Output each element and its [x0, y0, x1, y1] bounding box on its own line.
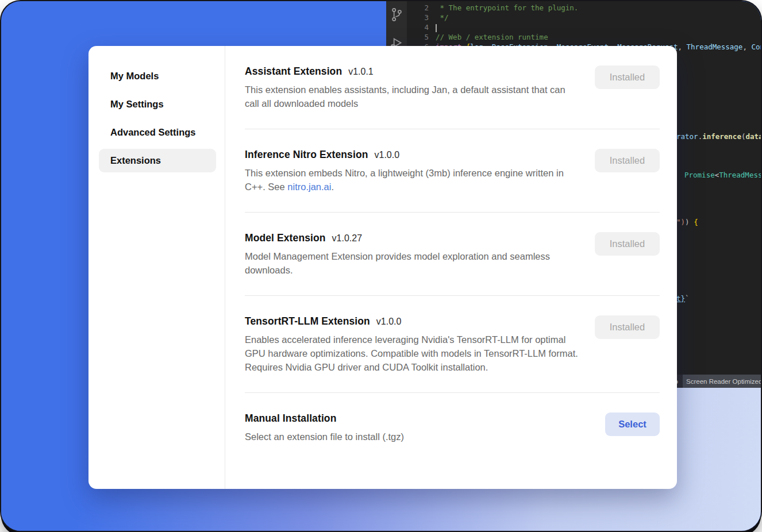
extension-row-model-extension: Model Extensionv1.0.27Model Management E… — [245, 213, 660, 296]
extension-row-inference-nitro-extension: Inference Nitro Extensionv1.0.0This exte… — [245, 129, 660, 213]
extension-title: Assistant Extensionv1.0.1 — [245, 65, 581, 78]
settings-modal: My ModelsMy SettingsAdvanced SettingsExt… — [88, 46, 677, 489]
extensions-list: Assistant Extensionv1.0.1This extension … — [225, 46, 677, 489]
source-control-icon[interactable] — [389, 7, 404, 23]
nitro-jan-ai-link[interactable]: nitro.jan.ai — [287, 182, 331, 192]
extension-info: Manual InstallationSelect an extension f… — [245, 413, 404, 444]
extension-info: Assistant Extensionv1.0.1This extension … — [245, 65, 581, 110]
code-fragment: ")) { — [676, 218, 698, 227]
line-number: 5 — [407, 32, 429, 42]
code-text: * The entrypoint for the plugin. — [429, 3, 578, 13]
code-text — [429, 22, 437, 32]
extension-title: Inference Nitro Extensionv1.0.0 — [245, 149, 581, 161]
extension-title: Model Extensionv1.0.27 — [245, 232, 581, 244]
extension-title: TensortRT-LLM Extensionv1.0.0 — [245, 315, 581, 327]
extension-description: This extension enables assistants, inclu… — [245, 83, 581, 110]
installed-button-assistant-extension[interactable]: Installed — [595, 65, 660, 89]
extension-name: TensortRT-LLM Extension — [245, 315, 370, 327]
code-line: 4 — [407, 22, 762, 32]
installed-button-inference-nitro-extension[interactable]: Installed — [595, 149, 660, 172]
extension-row-tensortrt-llm-extension: TensortRT-LLM Extensionv1.0.0Enables acc… — [245, 296, 660, 393]
extension-version: v1.0.0 — [376, 317, 402, 327]
sidebar-item-extensions[interactable]: Extensions — [99, 149, 216, 172]
code-fragment: Promise<ThreadMessage> — [684, 171, 762, 180]
extension-name: Model Extension — [245, 232, 326, 244]
extension-title: Manual Installation — [245, 413, 404, 425]
select-button-manual-installation[interactable]: Select — [605, 413, 660, 436]
sidebar-item-my-models[interactable]: My Models — [99, 64, 216, 88]
text-cursor — [436, 24, 437, 32]
extension-description: Enables accelerated inference leveraging… — [245, 333, 581, 374]
extension-description: This extension embeds Nitro, a lightweig… — [245, 166, 581, 194]
extension-row-assistant-extension: Assistant Extensionv1.0.1This extension … — [245, 46, 660, 129]
extension-info: Inference Nitro Extensionv1.0.0This exte… — [245, 149, 581, 194]
extension-name: Manual Installation — [245, 413, 336, 425]
extension-name: Assistant Extension — [245, 65, 342, 78]
sidebar-item-advanced-settings[interactable]: Advanced Settings — [99, 121, 216, 144]
line-number: 2 — [407, 3, 429, 13]
extension-info: Model Extensionv1.0.27Model Management E… — [245, 232, 581, 277]
installed-button-tensortrt-llm-extension[interactable]: Installed — [595, 315, 660, 339]
extension-version: v1.0.1 — [348, 67, 374, 77]
line-number: 4 — [407, 22, 429, 32]
editor-code-lines: 2 * The entrypoint for the plugin.3 */45… — [407, 3, 762, 52]
app-window: 2 * The entrypoint for the plugin.3 */45… — [0, 0, 762, 532]
code-line: 2 * The entrypoint for the plugin. — [407, 3, 762, 13]
screen-reader-status-badge[interactable]: Screen Reader Optimized — [683, 375, 762, 388]
code-line: 5// Web / extension runtime — [407, 32, 762, 42]
settings-sidebar: My ModelsMy SettingsAdvanced SettingsExt… — [88, 46, 225, 489]
code-text: // Web / extension runtime — [429, 32, 548, 42]
sidebar-item-my-settings[interactable]: My Settings — [99, 92, 216, 116]
extension-version: v1.0.27 — [332, 233, 362, 244]
code-fragment: rator.inference(data)); — [676, 132, 762, 141]
code-text: */ — [429, 13, 449, 22]
line-number: 3 — [407, 13, 429, 22]
code-line: 3 */ — [407, 13, 762, 22]
extension-name: Inference Nitro Extension — [245, 149, 368, 161]
code-fragment: t}` — [676, 294, 690, 303]
extension-description: Model Management Extension provides mode… — [245, 249, 581, 277]
extension-description: Select an extension file to install (.tg… — [245, 430, 404, 444]
extension-info: TensortRT-LLM Extensionv1.0.0Enables acc… — [245, 315, 581, 374]
extension-row-manual-installation: Manual InstallationSelect an extension f… — [245, 393, 660, 462]
extension-version: v1.0.0 — [375, 150, 400, 160]
installed-button-model-extension[interactable]: Installed — [595, 232, 660, 256]
